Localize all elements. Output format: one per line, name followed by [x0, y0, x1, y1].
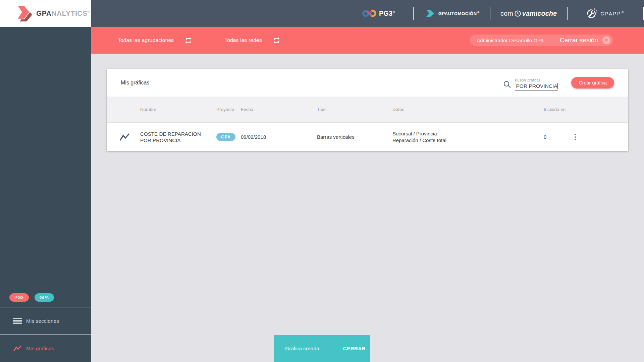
- divider: [643, 7, 644, 20]
- badge-gpa[interactable]: GPA: [35, 293, 54, 302]
- badge-pg3[interactable]: PG3: [9, 293, 29, 302]
- gpanalytics-wordmark: GPANALYTICS®: [36, 9, 90, 17]
- toast-message: Gráfica creada: [285, 346, 319, 352]
- col-header-datos: Datos: [392, 107, 537, 112]
- pg3-infinity-icon: [362, 9, 376, 18]
- search-icon[interactable]: [503, 80, 511, 90]
- pg3-logo[interactable]: PG3®: [362, 9, 395, 18]
- text-cursor: [557, 83, 558, 89]
- col-header-tipo: Tipo: [317, 107, 392, 112]
- search-input[interactable]: ON POR PROVINCIA: [515, 83, 558, 91]
- divider: [490, 7, 490, 20]
- divider: [567, 7, 568, 20]
- pg3-label: PG3®: [379, 10, 395, 17]
- chart-name: COSTE DE REPARACION POR PROVINCIA: [140, 131, 216, 143]
- col-header-proyecto: Proyecto: [216, 107, 241, 112]
- compravamicoche-logo[interactable]: com vamicoche: [500, 10, 557, 17]
- col-header-nombre: Nombre: [140, 107, 216, 112]
- sidebar-item-label: Mis secciones: [26, 318, 59, 324]
- user-session-pill: Administrador Desarrollo GPA Cerrar sesi…: [470, 35, 613, 46]
- clock-icon: [514, 10, 522, 17]
- sidebar-badges: PG3 GPA: [0, 288, 91, 307]
- repeat-icon[interactable]: [273, 37, 280, 44]
- chart-data-fields: Sucursal / Provincia Reparación / Coste …: [392, 130, 537, 144]
- card-header: Mis gráficas Buscar gráficas ON POR PROV…: [107, 69, 628, 97]
- top-bar-logos: PG3® GPAUTOMOCIÓN® com vamicoche: [362, 0, 644, 27]
- sidebar-item-mis-graficas[interactable]: Mis gráficas: [0, 335, 91, 362]
- close-icon[interactable]: ✕: [602, 36, 610, 44]
- compravamicoche-pre: com: [500, 10, 513, 17]
- toast-close-button[interactable]: CERRAR: [343, 346, 366, 351]
- filter-agrupaciones[interactable]: Todas las agrupaciones: [118, 37, 174, 43]
- sidebar: GPANALYTICS® PG3 GPA Mis secciones Mis g…: [0, 0, 91, 362]
- wrench-icon: [586, 8, 597, 19]
- kebab-menu-icon[interactable]: [575, 133, 581, 141]
- divider: [413, 7, 414, 20]
- top-bar: PG3® GPAUTOMOCIÓN® com vamicoche: [91, 0, 644, 27]
- gpautomocion-arrow-icon: [426, 8, 436, 18]
- gpapp-label: GPAPP®: [600, 11, 625, 16]
- sidebar-item-mis-secciones[interactable]: Mis secciones: [0, 307, 91, 335]
- chart-type: Barras verticales: [317, 134, 392, 140]
- hamburger-icon: [13, 318, 22, 324]
- search-field: Buscar gráficas ON POR PROVINCIA: [515, 78, 558, 91]
- col-header-incluida: Incluida en: [537, 107, 575, 112]
- sidebar-item-label: Mis gráficas: [26, 346, 54, 351]
- user-name: Administrador Desarrollo GPA: [477, 38, 544, 43]
- chart-date: 09/02/2018: [241, 134, 317, 140]
- gpapp-logo[interactable]: GPAPP®: [586, 8, 625, 19]
- table-header: Nombre Proyecto Fecha Tipo Datos Incluid…: [107, 97, 628, 123]
- filter-redes[interactable]: Todas las redes: [224, 37, 262, 43]
- search-value: ON POR PROVINCIA: [515, 83, 557, 89]
- included-in-count: 0: [537, 134, 575, 140]
- gpautomocion-logo[interactable]: GPAUTOMOCIÓN®: [426, 8, 480, 18]
- gpa-arrow-icon: [15, 5, 33, 21]
- gpautomocion-label: GPAUTOMOCIÓN®: [438, 11, 480, 16]
- main-content: Mis gráficas Buscar gráficas ON POR PROV…: [91, 54, 644, 362]
- sidebar-bottom: PG3 GPA Mis secciones Mis gráficas: [0, 288, 91, 362]
- gpanalytics-logo[interactable]: GPANALYTICS®: [0, 0, 91, 27]
- logout-button[interactable]: Cerrar sesión: [560, 37, 598, 44]
- create-chart-button[interactable]: Crear gráfica: [571, 77, 614, 88]
- graphics-card: Mis gráficas Buscar gráficas ON POR PROV…: [107, 69, 628, 151]
- col-header-fecha: Fecha: [241, 107, 317, 112]
- project-badge: GPA: [216, 133, 235, 141]
- toast-notification: Gráfica creada CERRAR: [274, 335, 370, 362]
- search-label: Buscar gráficas: [515, 78, 558, 82]
- table-row[interactable]: COSTE DE REPARACION POR PROVINCIA GPA 09…: [107, 123, 628, 151]
- trend-icon: [107, 133, 140, 141]
- filter-bar: Todas las agrupaciones Todas las redes A…: [91, 27, 644, 54]
- compravamicoche-post: vamicoche: [522, 10, 557, 17]
- repeat-icon[interactable]: [184, 37, 192, 44]
- trend-icon: [13, 345, 22, 352]
- page-title: Mis gráficas: [121, 80, 149, 86]
